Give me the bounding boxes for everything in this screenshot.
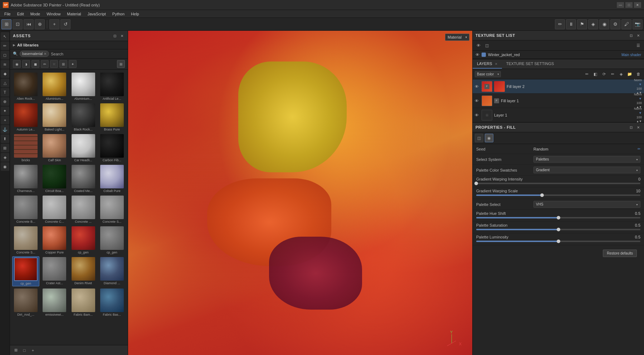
- asset-item-6[interactable]: Black Rock...: [70, 103, 97, 132]
- asset-item-28[interactable]: Dirt_And_...: [12, 288, 39, 317]
- menu-item-edit[interactable]: Edit: [14, 11, 27, 17]
- asset-item-2[interactable]: Aluminium...: [70, 72, 97, 101]
- menu-item-help[interactable]: Help: [128, 11, 142, 17]
- prop-tab-material[interactable]: ◫: [475, 134, 483, 142]
- tool-measure[interactable]: ⌖: [1, 116, 9, 124]
- palette-saturation-track[interactable]: [476, 229, 640, 230]
- asset-item-4[interactable]: Autumn Le...: [12, 103, 39, 132]
- menu-item-mode[interactable]: Mode: [28, 11, 43, 17]
- tab-layers[interactable]: LAYERS ✕: [473, 59, 502, 69]
- toolbar-grid-view[interactable]: ⊞: [1, 19, 11, 29]
- layer-item-fill1[interactable]: 👁 F Fill layer 1 Norm ▼ 100 ▲▼: [473, 94, 644, 108]
- asset-item-1[interactable]: Aluminium...: [41, 72, 68, 101]
- viewport[interactable]: Material Y X: [128, 31, 472, 355]
- gradient-warping-scale-thumb[interactable]: [540, 193, 544, 197]
- maximize-button[interactable]: □: [625, 2, 633, 8]
- filter-fx[interactable]: ✦: [69, 60, 77, 68]
- palette-color-swatches-select[interactable]: Gradient: [533, 167, 640, 173]
- toolbar-quad-view[interactable]: ⊡: [13, 19, 23, 29]
- toolbar-tools[interactable]: ⚙: [610, 19, 620, 29]
- palette-saturation-thumb[interactable]: [557, 228, 560, 231]
- asset-item-31[interactable]: Fabric Bas...: [98, 288, 126, 317]
- asset-item-10[interactable]: Car Headli...: [70, 133, 97, 163]
- palette-hue-shift-track[interactable]: [476, 217, 640, 218]
- assets-bottom-add[interactable]: +: [29, 347, 36, 354]
- asset-item-14[interactable]: Coated Me...: [70, 164, 97, 193]
- tool-anchor[interactable]: ⚓: [1, 125, 9, 134]
- toolbar-flag[interactable]: ⚑: [577, 19, 587, 29]
- asset-item-22[interactable]: cp_gen: [70, 226, 97, 255]
- tab-texture-set-settings[interactable]: TEXTURE SET SETTINGS: [502, 59, 558, 69]
- toolbar-brush[interactable]: 🖊: [621, 19, 631, 29]
- texture-set-eye[interactable]: 👁: [475, 53, 479, 57]
- filter-sphere[interactable]: ◉: [13, 60, 21, 68]
- tool-smudge[interactable]: ≋: [1, 60, 9, 69]
- texture-set-expand[interactable]: ⊡: [628, 33, 634, 38]
- minimize-button[interactable]: —: [617, 2, 624, 8]
- palette-hue-shift-thumb[interactable]: [557, 216, 560, 220]
- assets-bottom-list[interactable]: ⊞: [12, 347, 19, 354]
- palette-select-select[interactable]: VHS: [533, 201, 640, 208]
- restore-defaults-button[interactable]: Restore defaults: [603, 250, 637, 257]
- tool-bake[interactable]: ⊞: [1, 144, 9, 152]
- asset-item-26[interactable]: Denim Rivet: [70, 256, 97, 286]
- palette-luminosity-thumb[interactable]: [557, 240, 560, 243]
- layer-delete[interactable]: 🗑: [635, 70, 642, 78]
- tool-erase[interactable]: ◻: [1, 51, 9, 59]
- tool-export[interactable]: ⬆: [1, 134, 9, 143]
- seed-edit-icon[interactable]: ✏: [638, 147, 640, 151]
- layer-mask[interactable]: ✏: [609, 70, 616, 78]
- filter-square[interactable]: ◼: [31, 60, 39, 68]
- menu-item-window[interactable]: Window: [44, 11, 63, 17]
- asset-item-20[interactable]: Concrete S...: [12, 226, 39, 255]
- asset-item-19[interactable]: Concrete S...: [98, 195, 126, 224]
- prop-tab-fill[interactable]: ◉: [485, 134, 493, 142]
- layer-fill2-eye[interactable]: 👁: [475, 84, 480, 89]
- assets-bottom-panel[interactable]: □: [21, 347, 28, 354]
- menu-item-javascript[interactable]: JavaScript: [84, 11, 108, 17]
- layer-item-layer1[interactable]: 👁 ≡ Layer 1 Norm ▼ 100 ▲▼: [473, 108, 644, 122]
- asset-item-30[interactable]: Fabric Bam...: [70, 288, 97, 317]
- asset-item-21[interactable]: Copper Pure: [41, 226, 68, 255]
- toolbar-add[interactable]: +: [49, 19, 59, 29]
- asset-item-16[interactable]: Concrete B...: [12, 195, 39, 224]
- menu-item-material[interactable]: Material: [64, 11, 84, 17]
- toolbar-pause[interactable]: ⏸: [566, 19, 576, 29]
- tool-paint[interactable]: ✏: [1, 41, 9, 50]
- asset-item-13[interactable]: Circuit Boa...: [41, 164, 68, 193]
- layer-effects[interactable]: ◈: [618, 70, 625, 78]
- filter-grid[interactable]: ⊞: [59, 60, 67, 68]
- tab-layers-close[interactable]: ✕: [495, 62, 498, 66]
- tool-clone[interactable]: ⊕: [1, 97, 9, 106]
- asset-item-3[interactable]: Artificial Le...: [98, 72, 126, 101]
- menu-item-file[interactable]: File: [1, 11, 14, 17]
- layer-item-fill2[interactable]: 👁 F Fill layer 2 Norm ▼ 100 ▲▼: [473, 79, 644, 94]
- grid-view-button[interactable]: ⊞: [117, 60, 125, 68]
- layer-add-fill[interactable]: ◧: [592, 70, 599, 78]
- asset-item-12[interactable]: Charmeus...: [12, 164, 39, 193]
- asset-item-8[interactable]: bricks: [12, 133, 39, 163]
- search-pill-remove[interactable]: ✕: [44, 52, 47, 56]
- asset-item-11[interactable]: Carbon Fib...: [98, 133, 126, 163]
- material-select[interactable]: Material: [445, 34, 469, 41]
- gradient-warping-scale-track[interactable]: [476, 194, 640, 196]
- gradient-warping-intensity-track[interactable]: [476, 183, 640, 184]
- select-system-select[interactable]: Palettes: [533, 156, 640, 163]
- layer-folder[interactable]: 📁: [626, 70, 633, 78]
- asset-item-15[interactable]: Cobalt Pure: [98, 164, 126, 193]
- asset-item-23[interactable]: cp_gen: [98, 226, 126, 255]
- tool-fill[interactable]: ◆: [1, 69, 9, 78]
- toolbar-camera[interactable]: ◉: [599, 19, 609, 29]
- gradient-warping-intensity-thumb[interactable]: [474, 182, 478, 185]
- filter-hemisphere[interactable]: ◗: [22, 60, 30, 68]
- asset-item-29[interactable]: emissivewi...: [41, 288, 68, 317]
- tool-prop[interactable]: ◉: [1, 162, 9, 171]
- asset-item-17[interactable]: Concrete C...: [41, 195, 68, 224]
- asset-item-25[interactable]: Crater Ast...: [41, 256, 68, 286]
- search-filter-pill[interactable]: basematerial ✕: [20, 51, 49, 57]
- properties-expand[interactable]: ⊡: [628, 124, 634, 130]
- tool-select[interactable]: ↖: [1, 32, 9, 41]
- all-libraries-row[interactable]: ▶ All libraries: [10, 41, 128, 49]
- properties-close[interactable]: ✕: [635, 124, 641, 130]
- asset-item-9[interactable]: Calf Skin: [41, 133, 68, 163]
